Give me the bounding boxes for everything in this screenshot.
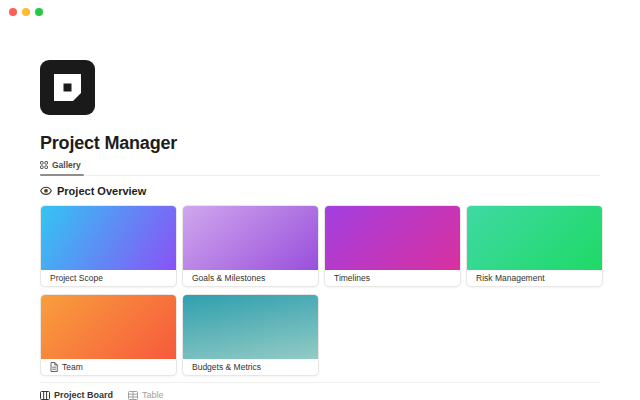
gallery-grid-icon — [40, 161, 48, 169]
card-title: Project Scope — [50, 273, 103, 283]
document-icon — [50, 362, 58, 372]
board-icon — [40, 391, 50, 400]
card-label: Goals & Milestones — [183, 270, 318, 286]
card-title: Team — [62, 362, 83, 372]
view-label: Table — [142, 390, 164, 400]
table-icon — [128, 391, 138, 400]
card-cover — [183, 295, 318, 359]
gallery-grid: Project Scope Goals & Milestones Timelin… — [40, 205, 604, 376]
page-title: Project Manager — [40, 134, 600, 153]
card-title: Budgets & Metrics — [192, 362, 261, 372]
footer-view-switcher: Project Board Table — [40, 390, 600, 400]
card-label: Project Scope — [41, 270, 176, 286]
view-project-board[interactable]: Project Board — [40, 390, 113, 400]
card-label: Team — [41, 359, 176, 375]
card-label: Timelines — [325, 270, 460, 286]
card-title: Timelines — [334, 273, 370, 283]
minimize-button[interactable] — [22, 8, 30, 16]
app-logo — [40, 60, 95, 115]
view-label: Project Board — [54, 390, 113, 400]
view-tabbar: Gallery — [40, 157, 600, 176]
zoom-button[interactable] — [35, 8, 43, 16]
card-budgets-metrics[interactable]: Budgets & Metrics — [182, 294, 319, 376]
card-cover — [41, 206, 176, 270]
eye-icon — [40, 186, 52, 196]
card-cover — [41, 295, 176, 359]
section-title: Project Overview — [57, 185, 146, 197]
section-header: Project Overview — [40, 185, 600, 197]
tab-gallery[interactable]: Gallery — [40, 157, 84, 175]
logo-glyph-icon — [54, 74, 81, 101]
card-goals-milestones[interactable]: Goals & Milestones — [182, 205, 319, 287]
window-controls — [9, 8, 43, 16]
card-timelines[interactable]: Timelines — [324, 205, 461, 287]
section-divider — [40, 382, 600, 383]
card-project-scope[interactable]: Project Scope — [40, 205, 177, 287]
card-label: Budgets & Metrics — [183, 359, 318, 375]
card-cover — [183, 206, 318, 270]
card-cover — [467, 206, 602, 270]
card-risk-management[interactable]: Risk Management — [466, 205, 603, 287]
page-content: Project Manager Gallery Project Overview — [0, 60, 640, 400]
card-cover — [325, 206, 460, 270]
tab-label: Gallery — [52, 160, 81, 170]
view-table[interactable]: Table — [128, 390, 164, 400]
card-team[interactable]: Team — [40, 294, 177, 376]
card-title: Goals & Milestones — [192, 273, 265, 283]
card-title: Risk Management — [476, 273, 545, 283]
close-button[interactable] — [9, 8, 17, 16]
card-label: Risk Management — [467, 270, 602, 286]
